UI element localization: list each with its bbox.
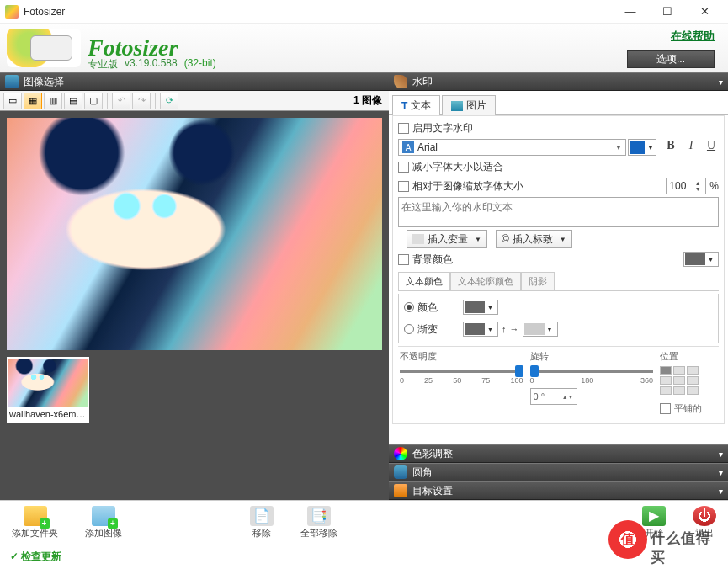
variable-icon: [412, 234, 424, 244]
italic-button[interactable]: I: [683, 139, 699, 156]
options-button[interactable]: 选项...: [627, 50, 715, 68]
undo-button[interactable]: ↶: [112, 93, 130, 109]
add-image-button[interactable]: 添加图像: [85, 506, 122, 540]
text-icon: T: [401, 100, 407, 112]
target-settings-header[interactable]: 目标设置 ▾: [389, 481, 728, 500]
thumbnail-filename: wallhaven-x6em53.png: [8, 407, 88, 421]
chevron-down-icon: ▾: [719, 77, 723, 87]
gradient-label: 渐变: [417, 322, 460, 337]
edition-label: 专业版: [88, 57, 118, 72]
footer-toolbar: 添加文件夹 添加图像 📄 移除 📑 全部移除 ▶ 开始 ⏻ 退出: [0, 500, 728, 544]
close-button[interactable]: ✕: [686, 0, 723, 24]
gradient-radio[interactable]: [404, 324, 414, 334]
check-update-link[interactable]: 检查更新: [10, 550, 61, 564]
color-adjust-header[interactable]: 色彩调整 ▾: [389, 444, 728, 463]
bg-color-label: 背景颜色: [412, 253, 680, 267]
power-icon: ⏻: [693, 506, 716, 526]
swap-icon: →: [510, 324, 519, 334]
online-help-link[interactable]: 在线帮助: [671, 29, 715, 44]
large-preview[interactable]: [7, 118, 382, 350]
view-thumb-button[interactable]: ▦: [24, 93, 42, 109]
chevron-down-icon: ▼: [615, 144, 622, 152]
view-grid-button[interactable]: ▥: [44, 93, 62, 109]
font-a-icon: A: [402, 141, 414, 153]
tab-image[interactable]: 图片: [442, 95, 496, 115]
image-select-header[interactable]: 图像选择: [0, 72, 389, 91]
insert-variable-button[interactable]: 插入变量▼: [407, 230, 487, 248]
images-icon: [5, 75, 19, 88]
font-color-button[interactable]: ▼: [628, 139, 656, 156]
remove-all-button[interactable]: 📑 全部移除: [300, 506, 337, 540]
font-select[interactable]: A Arial ▼: [398, 139, 626, 156]
start-button[interactable]: ▶ 开始: [642, 506, 666, 540]
thumbnail-item[interactable]: wallhaven-x6em53.png: [7, 357, 89, 423]
view-toolbar: ▭ ▦ ▥ ▤ ▢ ↶ ↷ ⟳ 1 图像: [0, 91, 389, 111]
image-icon: [451, 101, 463, 111]
tile-label: 平铺的: [674, 402, 702, 415]
gradient-color1-picker[interactable]: ▼: [463, 322, 498, 337]
chevron-down-icon: ▾: [719, 468, 723, 477]
add-folder-button[interactable]: 添加文件夹: [12, 506, 58, 540]
image-select-label: 图像选择: [24, 75, 64, 89]
watermark-text-input[interactable]: [398, 197, 719, 227]
remove-icon: 📄: [250, 506, 274, 526]
redo-button[interactable]: ↷: [132, 93, 151, 109]
underline-button[interactable]: U: [704, 139, 719, 156]
insert-tag-button[interactable]: © 插入标致▼: [496, 230, 572, 248]
inner-tab-outline-color[interactable]: 文本轮廓颜色: [450, 272, 521, 290]
remove-button[interactable]: 📄 移除: [250, 506, 274, 540]
tile-checkbox[interactable]: [660, 403, 671, 414]
rotate-slider[interactable]: [530, 370, 654, 373]
refresh-button[interactable]: ⟳: [160, 93, 178, 109]
bit-label: (32-bit): [184, 57, 216, 72]
font-name: Arial: [417, 141, 438, 153]
color-radio[interactable]: [404, 302, 414, 312]
image-count: 1 图像: [353, 93, 385, 108]
position-group: 位置 平铺的: [660, 350, 717, 417]
scale-font-label: 相对于图像缩放字体大小: [412, 179, 523, 194]
tab-text[interactable]: T 文本: [392, 95, 440, 115]
rotate-spinner[interactable]: 0 ° ▲▼: [530, 388, 577, 405]
exit-button[interactable]: ⏻ 退出: [693, 506, 716, 540]
text-color-picker[interactable]: ▼: [463, 300, 498, 315]
view-single-button[interactable]: ▢: [84, 93, 103, 109]
preview-area: wallhaven-x6em53.png: [0, 111, 389, 500]
watermark-label: 水印: [412, 75, 433, 89]
round-corner-header[interactable]: 圆角 ▾: [389, 463, 728, 481]
header-banner: Fotosizer 专业版 v3.19.0.588 (32-bit) 在线帮助 …: [0, 24, 728, 72]
scale-font-checkbox[interactable]: [398, 181, 409, 192]
shrink-font-label: 减小字体大小以适合: [412, 160, 503, 174]
bg-color-checkbox[interactable]: [398, 254, 409, 265]
window-title: Fotosizer: [24, 6, 612, 18]
folder-plus-icon: [24, 506, 47, 526]
opacity-slider[interactable]: [400, 370, 523, 373]
play-icon: ▶: [642, 506, 666, 526]
view-detail-button[interactable]: ▤: [64, 93, 82, 109]
position-grid[interactable]: [660, 366, 717, 395]
inner-tab-shadow[interactable]: 阴影: [521, 272, 555, 290]
shrink-font-checkbox[interactable]: [398, 162, 409, 173]
percent-label: %: [709, 180, 719, 192]
remove-all-icon: 📑: [307, 506, 331, 526]
opacity-label: 不透明度: [400, 350, 523, 363]
gradient-color2-picker[interactable]: ▼: [523, 322, 558, 337]
color-label: 颜色: [417, 300, 460, 315]
brush-icon: [394, 75, 407, 88]
chevron-down-icon: ▾: [719, 449, 723, 459]
arrow-up-icon: ↑: [502, 324, 507, 334]
opacity-group: 不透明度 0 25 50 75 100: [400, 350, 523, 417]
view-list-button[interactable]: ▭: [3, 93, 22, 109]
watermark-header[interactable]: 水印 ▾: [389, 72, 728, 91]
minimize-button[interactable]: —: [612, 0, 649, 24]
bg-color-picker[interactable]: ▼: [683, 252, 719, 267]
copyright-icon: ©: [502, 233, 509, 245]
logo-image: [7, 29, 81, 67]
bold-button[interactable]: B: [663, 139, 678, 156]
image-plus-icon: [92, 506, 115, 526]
font-scale-spinner[interactable]: 100 ▲▼: [666, 178, 706, 194]
inner-tab-text-color[interactable]: 文本颜色: [398, 272, 450, 290]
right-panel: 水印 ▾ T 文本 图片 启用文字水印: [389, 72, 728, 500]
maximize-button[interactable]: ☐: [649, 0, 686, 24]
enable-text-watermark-checkbox[interactable]: [398, 123, 409, 134]
position-label: 位置: [660, 350, 717, 363]
